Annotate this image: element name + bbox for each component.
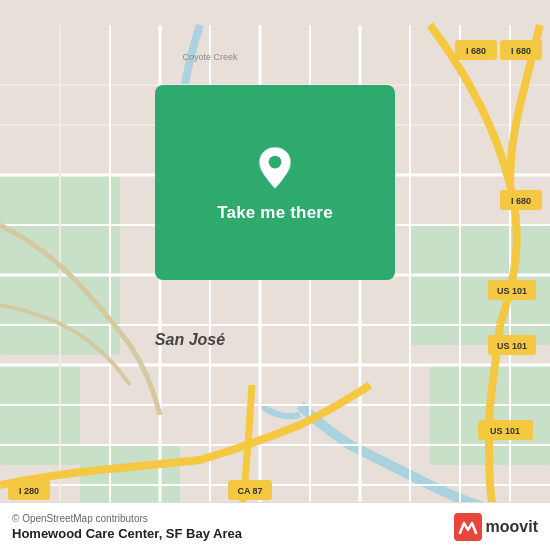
svg-text:US 101: US 101 — [497, 286, 527, 296]
svg-text:I 280: I 280 — [19, 486, 39, 496]
svg-text:US 101: US 101 — [497, 341, 527, 351]
svg-text:I 680: I 680 — [511, 46, 531, 56]
svg-text:I 680: I 680 — [511, 196, 531, 206]
location-name-text: Homewood Care Center, SF Bay Area — [12, 526, 242, 541]
svg-text:Coyote Creek: Coyote Creek — [182, 52, 238, 62]
map-container: I 680 I 680 I 680 US 101 US 101 I 280 CA… — [0, 0, 550, 550]
bottom-bar: © OpenStreetMap contributors Homewood Ca… — [0, 502, 550, 550]
moovit-logo-icon — [454, 513, 482, 541]
svg-text:I 680: I 680 — [466, 46, 486, 56]
svg-rect-2 — [0, 365, 80, 465]
svg-text:US 101: US 101 — [490, 426, 520, 436]
attribution-text: © OpenStreetMap contributors — [12, 513, 242, 524]
take-me-there-label: Take me there — [217, 203, 333, 223]
moovit-logo: moovit — [454, 513, 538, 541]
svg-text:San José: San José — [155, 331, 225, 348]
svg-rect-47 — [454, 513, 482, 541]
svg-text:CA 87: CA 87 — [237, 486, 262, 496]
bottom-info: © OpenStreetMap contributors Homewood Ca… — [12, 513, 242, 541]
moovit-logo-text: moovit — [486, 518, 538, 536]
take-me-there-button[interactable] — [186, 155, 361, 192]
